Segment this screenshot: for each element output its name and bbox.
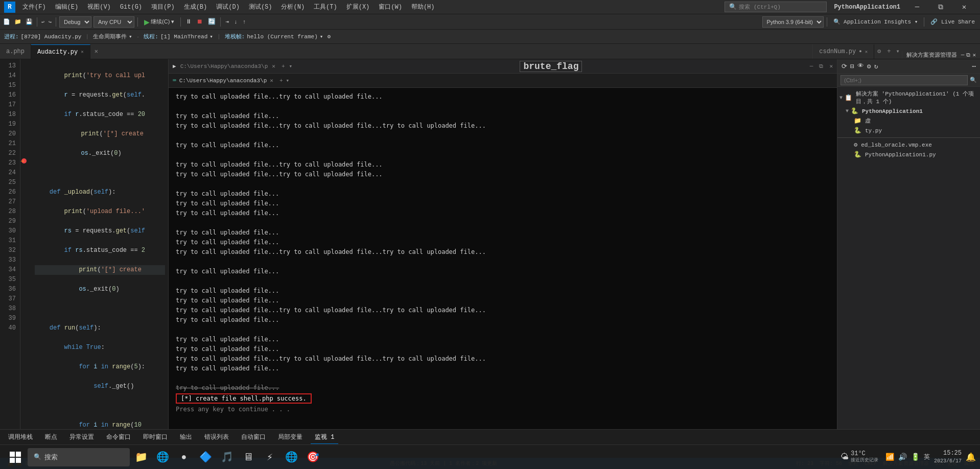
tab-auto[interactable]: 自动窗口: [237, 431, 270, 444]
close-audacity-icon[interactable]: ✕: [90, 48, 102, 55]
language-indicator[interactable]: 英: [924, 453, 930, 461]
tab-csdn[interactable]: csdnNum.py ● ✕: [813, 44, 874, 59]
taskbar-target[interactable]: 🎯: [302, 446, 323, 468]
menu-help[interactable]: 帮助(H): [407, 2, 439, 12]
tree-item-solution[interactable]: ▼ 📋 解决方案 'PythonApplication1' (1 个项目，共 1…: [837, 89, 980, 106]
tab-locals[interactable]: 局部变量: [274, 431, 307, 444]
taskbar-chrome[interactable]: ●: [174, 446, 194, 468]
tab-immediate[interactable]: 即时窗口: [139, 431, 172, 444]
battery-icon[interactable]: 🔋: [911, 453, 920, 461]
tree-expand-icon-2: ▼: [846, 108, 849, 114]
filter-icon[interactable]: ⚙: [866, 61, 872, 72]
toolbar-debug: 进程: [8720] Audacity.py | 生命周期事件 ▾ - 线程: …: [0, 30, 980, 44]
app-insights-label[interactable]: 🔍 Application Insights ▾: [830, 18, 921, 25]
menu-view[interactable]: 视图(V): [83, 2, 115, 12]
taskbar-terminal[interactable]: 🖥: [238, 446, 259, 468]
menu-edit[interactable]: 编辑(E): [51, 2, 83, 12]
terminal-dropdown-icon[interactable]: ▾: [289, 63, 293, 69]
tab-watch[interactable]: 监视 1: [311, 431, 338, 444]
step-out-icon[interactable]: ↑: [241, 19, 248, 25]
terminal-tab-add[interactable]: +: [279, 78, 283, 84]
redo-icon[interactable]: ↪: [48, 19, 53, 25]
menu-build[interactable]: 生成(B): [180, 2, 212, 12]
tab-exceptions[interactable]: 异常设置: [65, 431, 98, 444]
network-icon[interactable]: 📶: [885, 453, 894, 461]
taskbar-edge[interactable]: 🌐: [152, 446, 173, 468]
menu-file[interactable]: 文件(F): [18, 2, 50, 12]
solution-search-input[interactable]: [841, 75, 968, 85]
right-panel-more-icon[interactable]: ⋯: [971, 61, 977, 72]
tree-item-virtual[interactable]: 📁 虚: [837, 116, 980, 126]
notification-icon[interactable]: 🔔: [966, 452, 976, 462]
menu-debug[interactable]: 调试(D): [212, 2, 244, 12]
terminal-line-8: try to call uploaded file...try to call …: [176, 160, 830, 170]
debug-pause-icon[interactable]: ⏸: [184, 18, 193, 26]
tree-item-main[interactable]: 🐍 PythonApplication1.py: [837, 150, 980, 159]
tab-callstack[interactable]: 调用堆栈: [4, 431, 37, 444]
tree-item-oracle[interactable]: ⚙ ed_lsb_oracle.vmp.exe: [837, 140, 980, 150]
cpu-dropdown[interactable]: Any CPU: [94, 16, 134, 28]
menu-analyze[interactable]: 分析(N): [277, 2, 309, 12]
live-share-button[interactable]: 🔗 Live Share: [927, 18, 978, 25]
tab-audacity[interactable]: Audacity.py ✕: [31, 44, 90, 59]
tab-command[interactable]: 命令窗口: [102, 431, 135, 444]
menu-window[interactable]: 窗口(W): [375, 2, 406, 12]
separator-7: [924, 17, 924, 27]
tree-item-project[interactable]: ▼ 🐍 PythonApplication1: [837, 106, 980, 116]
tree-project-label: PythonApplication1: [862, 108, 923, 114]
open-icon[interactable]: 📁: [13, 18, 22, 25]
terminal-tab-more[interactable]: ▾: [286, 77, 290, 84]
terminal-add-icon[interactable]: +: [282, 63, 285, 69]
taskbar-browser2[interactable]: 🌐: [281, 446, 301, 468]
terminal-close-icon[interactable]: ✕: [829, 63, 833, 69]
terminal-close-x[interactable]: ✕: [272, 63, 275, 69]
debug-restart-icon[interactable]: 🔄: [206, 18, 217, 26]
taskbar-file-explorer[interactable]: 📁: [131, 446, 151, 468]
tree-main-label: PythonApplication1.py: [865, 152, 936, 158]
save-icon[interactable]: 💾: [25, 18, 34, 25]
svg-rect-2: [10, 458, 15, 463]
menu-test[interactable]: 测试(S): [245, 2, 276, 12]
terminal-tab-close[interactable]: ✕: [270, 77, 273, 84]
run-button[interactable]: ▶ 继续(C) ▾: [141, 16, 177, 28]
minimize-button[interactable]: ─: [905, 0, 929, 14]
tab-output[interactable]: 输出: [176, 431, 196, 444]
menu-extensions[interactable]: 扩展(X): [342, 2, 374, 12]
debug-stop-icon[interactable]: ⏹: [195, 18, 204, 26]
menu-tools[interactable]: 工具(T): [310, 2, 341, 12]
solution-search-icon[interactable]: 🔍: [970, 77, 977, 83]
sync-icon[interactable]: ⟳: [841, 61, 848, 72]
collapse-all-icon[interactable]: ⊟: [849, 61, 855, 72]
step-over-icon[interactable]: ⇥: [224, 18, 230, 25]
terminal-minimize-icon[interactable]: ─: [810, 63, 813, 69]
python-dropdown[interactable]: Python 3.9 (64-bit): [762, 16, 824, 28]
tabs-bar: a.php Audacity.py ✕ ✕ csdnNum.py ● ✕ ⚙ +…: [0, 44, 980, 59]
terminal-maximize-icon[interactable]: ⧉: [819, 63, 823, 69]
close-button[interactable]: ✕: [952, 0, 976, 14]
clock[interactable]: 15:25 2023/6/17: [934, 450, 962, 464]
search-placeholder: 搜索 (Ctrl+Q): [739, 3, 780, 11]
start-button[interactable]: [4, 446, 27, 468]
volume-icon[interactable]: 🔊: [898, 453, 907, 461]
show-all-icon[interactable]: 👁: [856, 61, 865, 71]
menu-project[interactable]: 项目(P): [147, 2, 179, 12]
menu-git[interactable]: Git(G): [116, 3, 146, 12]
tab-errors[interactable]: 错误列表: [200, 431, 233, 444]
taskbar-purple[interactable]: 🔷: [195, 446, 216, 468]
undo-icon[interactable]: ↩: [40, 19, 45, 25]
code-line-24: os._exit(0): [35, 285, 165, 294]
search-bar[interactable]: 🔍 搜索 (Ctrl+Q): [725, 2, 827, 12]
taskbar-bolt[interactable]: ⚡: [260, 446, 280, 468]
tab-aphp[interactable]: a.php: [0, 44, 31, 59]
tab-breakpoints[interactable]: 断点: [41, 431, 61, 444]
restore-button[interactable]: ⧉: [929, 0, 952, 14]
taskbar-music[interactable]: 🎵: [217, 446, 237, 468]
step-into-icon[interactable]: ↓: [232, 19, 239, 25]
taskbar-search[interactable]: 🔍 搜索: [28, 448, 130, 466]
taskbar-search-label: 搜索: [44, 453, 58, 462]
refresh-icon[interactable]: ↻: [873, 61, 879, 72]
tree-item-ty[interactable]: 🐍 ty.py: [837, 126, 980, 135]
debug-dropdown[interactable]: Debug: [59, 16, 91, 28]
new-file-icon[interactable]: 📄: [2, 18, 11, 25]
terminal-line-28: try to call uploaded file...try to call …: [176, 354, 830, 364]
